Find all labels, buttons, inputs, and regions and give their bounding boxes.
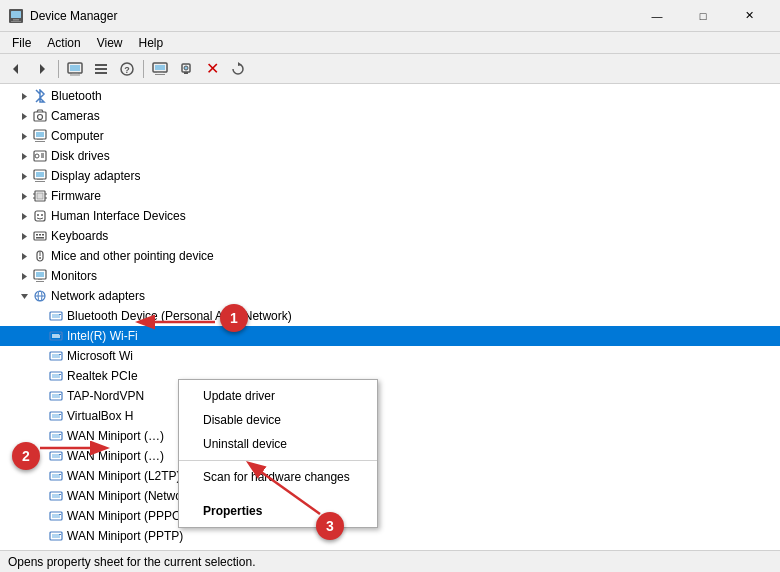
tree-expand-icon[interactable] (16, 148, 32, 164)
tree-label: Monitors (51, 269, 97, 283)
context-menu-separator (179, 460, 377, 461)
tree-icon-mouse (32, 248, 48, 264)
context-menu-item-disable-device[interactable]: Disable device (179, 408, 377, 432)
tree-expand-icon[interactable] (16, 208, 32, 224)
tree-expand-icon[interactable] (32, 528, 48, 544)
toolbar-plugin[interactable] (174, 57, 198, 81)
status-bar: Opens property sheet for the current sel… (0, 550, 780, 572)
svg-marker-32 (22, 153, 27, 160)
menu-action[interactable]: Action (39, 34, 88, 52)
tree-item-wan-miniport-pptp[interactable]: WAN Miniport (PPTP) (0, 526, 780, 546)
menu-help[interactable]: Help (131, 34, 172, 52)
tree-expand-icon[interactable] (32, 388, 48, 404)
menu-view[interactable]: View (89, 34, 131, 52)
tree-item-cameras[interactable]: Cameras (0, 106, 780, 126)
svg-rect-1 (11, 11, 21, 18)
svg-rect-87 (52, 414, 60, 418)
tree-item-intel-wifi[interactable]: Intel(R) Wi-Fi (0, 326, 780, 346)
svg-rect-81 (52, 374, 60, 378)
tree-expand-icon[interactable] (32, 448, 48, 464)
context-menu-item-properties[interactable]: Properties (179, 499, 377, 523)
context-menu-item-uninstall-device[interactable]: Uninstall device (179, 432, 377, 456)
tree-expand-icon[interactable] (32, 328, 48, 344)
svg-rect-39 (37, 179, 43, 180)
tree-expand-icon[interactable] (16, 228, 32, 244)
tree-label: TAP-NordVPN (67, 389, 144, 403)
svg-marker-36 (22, 173, 27, 180)
tree-icon-network-device (48, 448, 64, 464)
tree-item-humaninterface[interactable]: Human Interface Devices (0, 206, 780, 226)
tree-expand-icon[interactable] (16, 288, 32, 304)
tree-expand-icon[interactable] (16, 128, 32, 144)
tree-item-wan-miniport2[interactable]: WAN Miniport (…) (0, 446, 780, 466)
tree-item-displayadapters[interactable]: Display adapters (0, 166, 780, 186)
svg-rect-30 (37, 139, 43, 140)
tree-item-monitors[interactable]: Monitors (0, 266, 780, 286)
tree-expand-icon[interactable] (16, 88, 32, 104)
tree-expand-icon[interactable] (32, 428, 48, 444)
svg-rect-102 (52, 514, 60, 518)
tree-icon-firmware (32, 188, 48, 204)
tree-expand-icon[interactable] (32, 408, 48, 424)
tree-item-wan-miniport-pppoe[interactable]: WAN Miniport (PPPOE) (0, 506, 780, 526)
tree-expand-icon[interactable] (32, 368, 48, 384)
tree-item-tap-nordvpn[interactable]: TAP-NordVPN (0, 386, 780, 406)
close-button[interactable]: ✕ (726, 0, 772, 32)
tree-item-diskdrives[interactable]: Disk drives (0, 146, 780, 166)
toolbar-help[interactable]: ? (115, 57, 139, 81)
svg-rect-56 (42, 234, 44, 236)
tree-item-firmware[interactable]: Firmware (0, 186, 780, 206)
tree-item-wan-miniport1[interactable]: WAN Miniport (…) (0, 426, 780, 446)
tree-panel[interactable]: BluetoothCamerasComputerDisk drivesDispl… (0, 84, 780, 550)
tree-expand-icon[interactable] (32, 508, 48, 524)
tree-icon-keyboard (32, 228, 48, 244)
tree-item-keyboards[interactable]: Keyboards (0, 226, 780, 246)
toolbar-devmgr[interactable] (63, 57, 87, 81)
context-menu: Update driverDisable deviceUninstall dev… (178, 379, 378, 528)
tree-icon-network-device (48, 468, 64, 484)
tree-item-bluetooth-device[interactable]: Bluetooth Device (Personal Area Network) (0, 306, 780, 326)
tree-item-virtualbox[interactable]: VirtualBox H (0, 406, 780, 426)
minimize-button[interactable]: — (634, 0, 680, 32)
tree-expand-icon[interactable] (16, 108, 32, 124)
tree-label: WAN Miniport (…) (67, 449, 164, 463)
tree-expand-icon[interactable] (16, 188, 32, 204)
maximize-button[interactable]: □ (680, 0, 726, 32)
tree-icon-network-device (48, 348, 64, 364)
svg-rect-66 (36, 281, 44, 282)
tree-item-microsoft-wi[interactable]: Microsoft Wi (0, 346, 780, 366)
context-menu-item-scan-hardware[interactable]: Scan for hardware changes (179, 465, 377, 489)
tree-expand-icon[interactable] (32, 548, 48, 550)
toolbar-refresh[interactable] (226, 57, 250, 81)
tree-expand-icon[interactable] (32, 308, 48, 324)
tree-icon-camera (32, 108, 48, 124)
tree-item-wan-miniport-netmon[interactable]: WAN Miniport (Network Monitor) (0, 486, 780, 506)
tree-icon-network-device (48, 368, 64, 384)
tree-expand-icon[interactable] (32, 488, 48, 504)
tree-expand-icon[interactable] (16, 268, 32, 284)
svg-point-21 (184, 66, 188, 70)
tree-item-wan-miniport-sstp[interactable]: WAN Miniport (SSTP) (0, 546, 780, 550)
toolbar-list[interactable] (89, 57, 113, 81)
menu-file[interactable]: File (4, 34, 39, 52)
tree-item-networkadapters[interactable]: Network adapters (0, 286, 780, 306)
tree-expand-icon[interactable] (32, 468, 48, 484)
tree-expand-icon[interactable] (16, 248, 32, 264)
tree-icon-network-device (48, 488, 64, 504)
svg-point-51 (41, 214, 43, 216)
tree-item-bluetooth[interactable]: Bluetooth (0, 86, 780, 106)
tree-item-mice[interactable]: Mice and other pointing device (0, 246, 780, 266)
context-menu-item-update-driver[interactable]: Update driver (179, 384, 377, 408)
toolbar-delete[interactable]: ✕ (200, 57, 224, 81)
toolbar-forward[interactable] (30, 57, 54, 81)
toolbar-back[interactable] (4, 57, 28, 81)
tree-expand-icon[interactable] (16, 168, 32, 184)
tree-item-computer[interactable]: Computer (0, 126, 780, 146)
tree-item-wan-miniport-l2tp[interactable]: WAN Miniport (L2TP) (0, 466, 780, 486)
context-menu-item-undefined[interactable] (179, 489, 377, 499)
toolbar-computer[interactable] (148, 57, 172, 81)
tree-expand-icon[interactable] (32, 348, 48, 364)
tree-label: Mice and other pointing device (51, 249, 214, 263)
tree-item-realtek-pcie[interactable]: Realtek PCIe (0, 366, 780, 386)
svg-rect-78 (52, 354, 60, 358)
